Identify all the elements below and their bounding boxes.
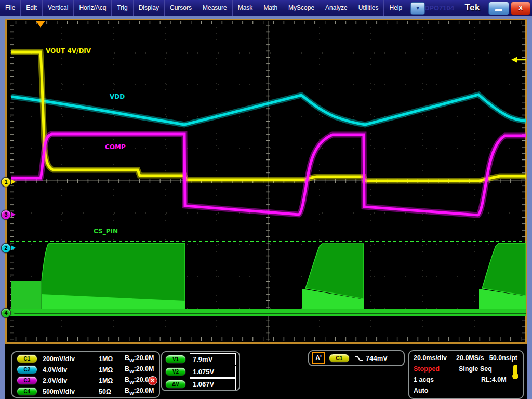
status-bar: C1 200mV/div 1MΩ BW:20.0M C2 4.0V/div 1M… [5,344,527,399]
cursor-v2-row: V2 1.075V [165,366,236,378]
acq-sequence: Single Seq [459,365,492,373]
v2-badge[interactable]: V2 [165,367,186,376]
menu-edit[interactable]: Edit [21,0,43,16]
minimize-button[interactable] [488,2,509,15]
c4-badge[interactable]: C4 [17,387,37,396]
ch1-reference-marker[interactable]: 1 [1,177,11,187]
label-comp: COMP [105,143,126,151]
timebase: 20.0ms/div [414,354,447,362]
c1-badge[interactable]: C1 [17,354,37,363]
label-cs-pin: CS_PIN [94,228,118,235]
cursor-readout-panel[interactable]: V1 7.9mV V2 1.075V ΔV 1.067V [161,351,240,391]
ch4-arrow-icon [11,310,16,315]
cursor-dv-row: ΔV 1.067V [165,378,236,390]
c2-impedance: 1MΩ [99,366,125,374]
trigger-source-badge[interactable]: C1 [329,354,350,363]
dv-value: 1.067V [190,378,236,390]
channel-row-c3[interactable]: C3 2.0V/div 1MΩ BW:20.0M [12,375,159,386]
sample-rate: 20.0MS/s [456,354,484,362]
menu-overflow-button[interactable]: ▼ [410,2,425,15]
menu-analyze[interactable]: Analyze [320,0,353,16]
menu-mask[interactable]: Mask [233,0,259,16]
c1-impedance: 1MΩ [99,355,125,363]
ch1-arrow-icon [11,179,16,184]
c4-impedance: 50Ω [99,388,125,395]
resolution: 50.0ns/pt [489,354,517,362]
c1-bandwidth: BW:20.0M [125,354,154,363]
menu-trig[interactable]: Trig [112,0,133,16]
acquisition-panel[interactable]: 20.0ms/div 20.0MS/s 50.0ns/pt Stopped Si… [408,350,524,399]
c4-bandwidth: BW:20.0M [125,387,154,396]
menu-measure[interactable]: Measure [197,0,233,16]
trigger-a-badge: A' [312,352,325,364]
c3-badge[interactable]: C3 [17,376,37,385]
record-length: RL:4.0M [481,376,507,383]
chevron-down-icon: ▼ [416,6,420,11]
graticule-canvas[interactable] [5,19,527,344]
menu-vertical[interactable]: Vertical [43,0,74,16]
v1-value: 7.9mV [190,353,236,365]
waveform-display[interactable] [5,19,527,344]
model-label: DPO7104 [424,4,454,12]
menu-help[interactable]: Help [384,0,407,16]
ch2-arrow-icon [11,245,16,250]
label-vdd: VDD [110,93,125,100]
trigger-mode: Auto [414,387,428,394]
c2-bandwidth: BW:20.0M [125,365,154,374]
minimize-icon [495,9,502,11]
menu-utilities[interactable]: Utilities [353,0,384,16]
ch2-reference-marker[interactable]: 2 [1,243,11,253]
c1-scale: 200mV/div [43,355,99,363]
ch3-arrow-icon [11,212,16,217]
channel-settings-panel[interactable]: C1 200mV/div 1MΩ BW:20.0M C2 4.0V/div 1M… [11,351,160,398]
ch3-reference-marker[interactable]: 3 [1,210,11,220]
menu-display[interactable]: Display [134,0,165,16]
channel-row-c4[interactable]: C4 500mV/div 50Ω BW:20.0M [12,386,159,397]
v2-value: 1.075V [190,366,236,378]
trigger-panel[interactable]: A' C1 744mV [308,350,405,366]
dv-badge[interactable]: ΔV [165,380,186,389]
close-button[interactable]: X [511,2,530,15]
c4-scale: 500mV/div [43,388,99,395]
menu-horiz-acq[interactable]: Horiz/Acq [74,0,112,16]
acq-count: 1 acqs [414,376,434,383]
channel-row-c1[interactable]: C1 200mV/div 1MΩ BW:20.0M [12,353,159,364]
menu-myscope[interactable]: MyScope [283,0,320,16]
acq-status: Stopped [414,365,440,373]
menu-file[interactable]: File [0,0,21,16]
c3-scale: 2.0V/div [43,377,99,384]
c3-impedance: 1MΩ [99,377,125,384]
ch4-reference-marker[interactable]: 4 [1,308,11,318]
channel-error-icon[interactable]: ✕ [148,376,157,385]
menu-cursors[interactable]: Cursors [165,0,197,16]
label-vout: VOUT 4V/DIV [46,47,91,55]
trigger-level: 744mV [366,354,388,362]
cursor-v1-row: V1 7.9mV [165,353,236,365]
title-bar: File Edit Vertical Horiz/Acq Trig Displa… [0,0,532,16]
channel-row-c2[interactable]: C2 4.0V/div 1MΩ BW:20.0M [12,364,159,375]
menu-math[interactable]: Math [258,0,283,16]
temperature-icon [513,365,517,375]
v1-badge[interactable]: V1 [165,355,186,364]
c2-badge[interactable]: C2 [17,365,37,374]
c2-scale: 4.0V/div [43,366,99,374]
tek-logo: Tek [464,3,480,13]
falling-edge-icon [354,355,363,362]
